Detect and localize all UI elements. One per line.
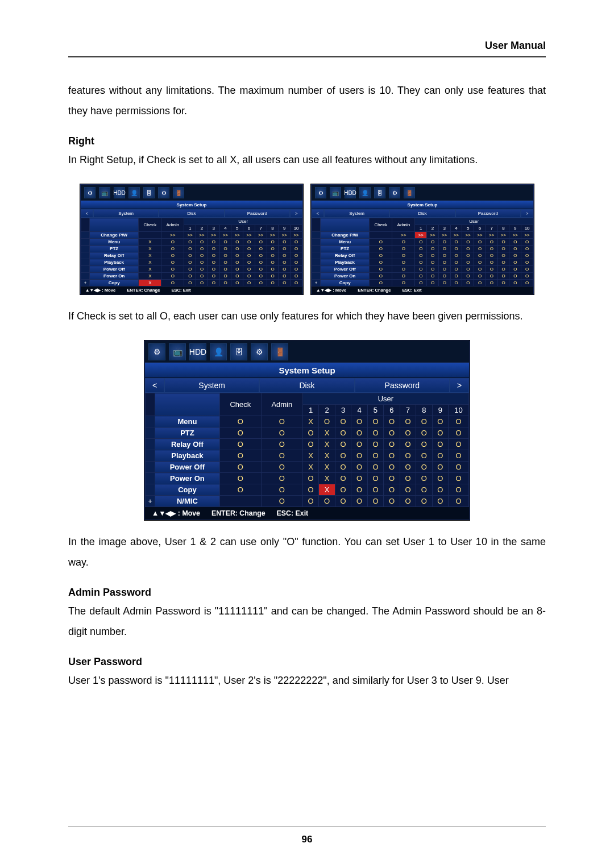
col-admin: Admin	[161, 218, 184, 232]
dvr-icon-2[interactable]: HDD	[114, 187, 125, 198]
col-user-10: 10	[521, 225, 533, 232]
dvr-title: System Setup	[81, 201, 302, 209]
col-user-7: 7	[255, 225, 267, 232]
tab-disk[interactable]: Disk	[159, 209, 224, 218]
tab-left-arrow-icon[interactable]: <	[312, 209, 324, 218]
col-user-9: 9	[432, 405, 448, 416]
tab-system[interactable]: System	[324, 209, 389, 218]
dvr-row-power-off[interactable]: Power OffOOOOOOOOOOOO	[312, 266, 533, 273]
col-user-4: 4	[450, 225, 462, 232]
dvr-row-power-off[interactable]: Power OffXOOOOOOOOOOO	[81, 266, 302, 273]
dvr-icon-5[interactable]: ⚙	[158, 187, 169, 198]
dvr-row-copy[interactable]: +CopyXOOOOOOOOOOO	[81, 280, 302, 286]
dvr-row-menu[interactable]: MenuXOOOOOOOOOOO	[81, 239, 302, 246]
dvr-icon-2[interactable]: HDD	[189, 343, 206, 360]
dvr-icon-3[interactable]: 👤	[359, 187, 371, 198]
dvr-icon-6[interactable]: 🚪	[404, 187, 415, 198]
dvr-icon-0[interactable]: ⚙	[148, 343, 165, 360]
tab-right-arrow-icon[interactable]: >	[450, 378, 469, 393]
dvr-row-menu[interactable]: MenuOOOOOOOOOOOO	[312, 239, 533, 246]
dvr-icon-0[interactable]: ⚙	[315, 187, 326, 198]
dvr-row-power-on[interactable]: Power OnOOOOOOOOOOOO	[312, 273, 533, 280]
dvr-icon-1[interactable]: 📺	[99, 187, 110, 198]
dvr-row-relay-off[interactable]: Relay OffOOOOOOOOOOOO	[312, 252, 533, 259]
dvr-row-playback[interactable]: PlaybackXOOOOOOOOOOO	[81, 259, 302, 266]
footer-enter: ENTER: Change	[358, 288, 391, 293]
section-right-heading: Right	[68, 135, 546, 147]
col-user-1: 1	[415, 225, 427, 232]
dvr-title: System Setup	[145, 363, 469, 378]
dvr-icon-row: ⚙📺HDD👤🗄⚙🚪	[312, 185, 533, 201]
col-user-6: 6	[243, 225, 255, 232]
col-user-7: 7	[486, 225, 497, 232]
below-large-paragraph: In the image above, User 1 & 2 can use o…	[68, 531, 546, 572]
dvr-icon-3[interactable]: 👤	[128, 187, 140, 198]
tab-left-arrow-icon[interactable]: <	[81, 209, 93, 218]
tab-system[interactable]: System	[164, 378, 259, 393]
tab-left-arrow-icon[interactable]: <	[145, 378, 164, 393]
dvr-row-ptz[interactable]: PTZOOOXOOOOOOOO	[146, 427, 469, 439]
dvr-icon-5[interactable]: ⚙	[389, 187, 400, 198]
tab-system[interactable]: System	[93, 209, 159, 218]
col-user-4: 4	[351, 405, 367, 416]
col-user: User	[415, 218, 533, 225]
col-check: Check	[370, 218, 392, 232]
col-user-3: 3	[438, 225, 450, 232]
dvr-icon-2[interactable]: HDD	[345, 187, 356, 198]
dvr-row-change-p-w[interactable]: Change P/W>>>>>>>>>>>>>>>>>>>>>>	[312, 232, 533, 239]
dvr-title: System Setup	[312, 201, 533, 209]
dvr-icon-4[interactable]: 🗄	[230, 343, 247, 360]
page-header: User Manual	[485, 40, 546, 52]
dvr-icon-6[interactable]: 🚪	[271, 343, 288, 360]
dvr-icon-1[interactable]: 📺	[169, 343, 186, 360]
col-user-5: 5	[367, 405, 383, 416]
header-rule	[68, 56, 546, 57]
dvr-icon-3[interactable]: 👤	[210, 343, 227, 360]
tab-right-arrow-icon[interactable]: >	[521, 209, 533, 218]
tab-password[interactable]: Password	[455, 209, 521, 218]
dvr-icon-0[interactable]: ⚙	[84, 187, 96, 198]
dvr-row-power-on[interactable]: Power OnOOOXOOOOOOOO	[146, 473, 469, 484]
dvr-row-n-mic[interactable]: +N/MICOOOOOOOOOOO	[146, 496, 469, 507]
dvr-row-change-p-w[interactable]: Change P/W>>>>>>>>>>>>>>>>>>>>>>	[81, 232, 302, 239]
dvr-icon-4[interactable]: 🗄	[374, 187, 385, 198]
tab-password[interactable]: Password	[355, 378, 450, 393]
footer-esc: ESC: Exit	[171, 288, 190, 293]
section-user-heading: User Password	[68, 656, 546, 668]
dvr-row-power-on[interactable]: Power OnXOOOOOOOOOOO	[81, 273, 302, 280]
col-user-8: 8	[497, 225, 509, 232]
dvr-row-playback[interactable]: PlaybackOOXXOOOOOOOO	[146, 450, 469, 462]
col-user-5: 5	[462, 225, 474, 232]
dvr-row-menu[interactable]: MenuOOXOOOOOOOOO	[146, 416, 469, 427]
footer-move: ▲▼◀▶ : Move	[316, 288, 346, 293]
dvr-icon-6[interactable]: 🚪	[173, 187, 184, 198]
intro-paragraph: features without any limitations. The ma…	[68, 80, 546, 121]
col-check: Check	[139, 218, 161, 232]
col-user-1: 1	[302, 405, 318, 416]
col-admin: Admin	[392, 218, 415, 232]
col-user-5: 5	[231, 225, 243, 232]
tab-password[interactable]: Password	[225, 209, 290, 218]
tab-disk[interactable]: Disk	[389, 209, 455, 218]
dvr-row-relay-off[interactable]: Relay OffOOOXOOOOOOOO	[146, 439, 469, 450]
dvr-row-power-off[interactable]: Power OffOOXXOOOOOOOO	[146, 462, 469, 473]
dvr-icon-4[interactable]: 🗄	[143, 187, 155, 198]
dvr-row-relay-off[interactable]: Relay OffXOOOOOOOOOOO	[81, 252, 302, 259]
dvr-screenshot: ⚙📺HDD👤🗄⚙🚪System Setup < System Disk Pass…	[311, 184, 534, 294]
dvr-row-playback[interactable]: PlaybackOOOOOOOOOOOO	[312, 259, 533, 266]
col-user-4: 4	[219, 225, 231, 232]
tab-right-arrow-icon[interactable]: >	[290, 209, 302, 218]
tab-disk[interactable]: Disk	[259, 378, 354, 393]
dvr-table: Check Admin User 12345678910Change P/W>>…	[81, 218, 302, 286]
col-user-2: 2	[427, 225, 439, 232]
dvr-icon-5[interactable]: ⚙	[251, 343, 268, 360]
dvr-row-ptz[interactable]: PTZXOOOOOOOOOOO	[81, 246, 302, 252]
col-user-6: 6	[384, 405, 400, 416]
dvr-screenshot: ⚙📺HDD👤🗄⚙🚪System Setup < System Disk Pass…	[144, 340, 470, 520]
dvr-table: Check Admin User 12345678910MenuOOXOOOOO…	[145, 393, 469, 507]
dvr-icon-1[interactable]: 📺	[330, 187, 341, 198]
dvr-row-copy[interactable]: CopyOOOXOOOOOOOO	[146, 484, 469, 496]
dvr-row-copy[interactable]: +CopyOOOOOOOOOOOO	[312, 280, 533, 286]
col-user-2: 2	[319, 405, 335, 416]
dvr-row-ptz[interactable]: PTZOOOOOOOOOOOO	[312, 246, 533, 252]
